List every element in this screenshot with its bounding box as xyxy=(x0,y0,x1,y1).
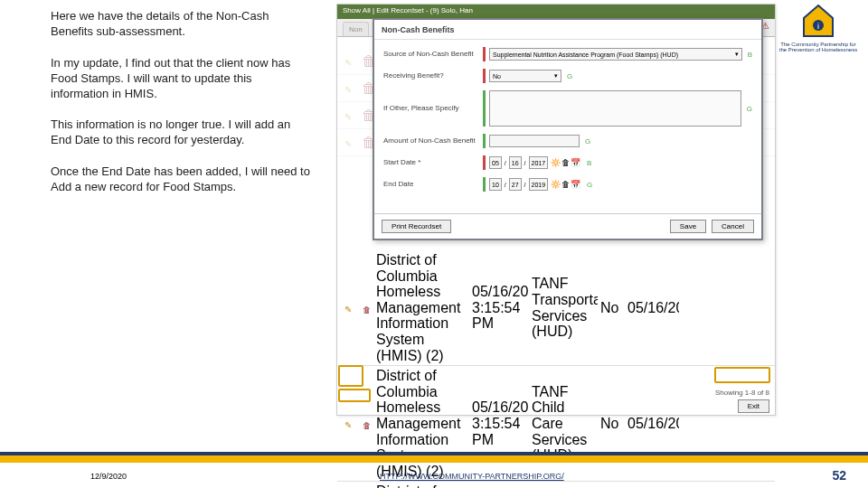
calendar-icon[interactable]: 🔆🗑📅 xyxy=(551,158,581,167)
label-amount: Amount of Non-Cash Benefit xyxy=(383,137,483,145)
para-3: This information is no longer true. I wi… xyxy=(51,117,313,148)
label-source: Source of Non-Cash Benefit xyxy=(383,51,483,59)
history-icon[interactable]: G xyxy=(587,181,592,189)
label-startdate: Start Date * xyxy=(383,159,483,167)
cell-receiving: No xyxy=(598,298,625,318)
cancel-button[interactable]: Cancel xyxy=(712,220,754,233)
house-icon: i xyxy=(800,4,836,40)
history-icon[interactable]: G xyxy=(747,105,752,113)
amount-input[interactable] xyxy=(489,135,580,147)
label-enddate: End Date xyxy=(383,181,483,189)
svg-text:i: i xyxy=(817,22,819,31)
cell-date: 05/16/2017 xyxy=(625,298,679,318)
print-button[interactable]: Print Recordset xyxy=(382,220,451,233)
cell-enddate xyxy=(679,306,733,310)
history-icon[interactable]: G xyxy=(585,137,590,145)
para-1: Here we have the details of the Non-Cash… xyxy=(51,9,313,40)
delete-icon[interactable]: 🗑 xyxy=(359,298,373,318)
ifother-textarea[interactable] xyxy=(489,90,741,127)
calendar-icon[interactable]: 🔆🗑📅 xyxy=(551,180,581,189)
tab-behind[interactable]: Non xyxy=(343,22,369,36)
delete-icon[interactable]: 🗑 xyxy=(359,414,373,434)
showing-label: Showing 1-8 of 8 xyxy=(715,389,769,397)
history-icon[interactable]: G xyxy=(567,72,572,80)
cell-source: TANF Transportation Services (HUD) xyxy=(529,274,598,341)
cell-provider: District of Columbia Homeless Management… xyxy=(373,250,469,365)
receiving-select[interactable]: No▾ xyxy=(489,70,561,82)
footer-url[interactable]: HTTP://WWW.COMMUNITY-PARTNERSHIP.ORG/ xyxy=(380,472,564,481)
edit-icon[interactable]: ✎ xyxy=(337,298,359,318)
label-ifother: If Other, Please Specify xyxy=(383,105,483,113)
logo-caption: The Community Partnership for the Preven… xyxy=(778,42,859,52)
para-2: In my update, I find out that the client… xyxy=(51,56,313,102)
edit-dialog: Non-Cash Benefits Source of Non-Cash Ben… xyxy=(373,18,763,240)
enddate-input[interactable]: 10/ 27/ 2019 xyxy=(489,178,548,191)
app-header: Show All | Edit Recordset - (9) Solo, Ha… xyxy=(337,5,775,19)
footer-date: 12/9/2020 xyxy=(90,472,127,481)
app-title: Show All | Edit Recordset - (9) Solo, Ha… xyxy=(343,6,473,17)
exit-button[interactable]: Exit xyxy=(738,399,769,413)
narration-column: Here we have the details of the Non-Cash… xyxy=(51,9,313,211)
footer-bar xyxy=(0,452,868,463)
save-button[interactable]: Save xyxy=(670,220,706,233)
startdate-input[interactable]: 05/ 16/ 2017 xyxy=(489,156,548,169)
history-icon[interactable]: B xyxy=(587,159,591,167)
org-logo: i The Community Partnership for the Prev… xyxy=(778,4,859,52)
table-row: ✎ 🗑 District of Columbia Homeless Manage… xyxy=(337,366,775,482)
source-select[interactable]: Supplemental Nutrition Assistance Progra… xyxy=(489,48,742,61)
cell-datetime: 05/16/2017 3:15:54 PM xyxy=(469,282,529,333)
table-row: ✎ 🗑 District of Columbia Homeless Manage… xyxy=(337,250,775,366)
table-row: ✎ 🗑 District of Columbia Homeless Manage… xyxy=(337,482,775,488)
label-receiving: Receiving Benefit? xyxy=(383,72,483,80)
dialog-title: Non-Cash Benefits xyxy=(374,20,761,40)
history-icon[interactable]: B xyxy=(748,51,752,59)
page-number: 52 xyxy=(832,468,846,483)
para-4: Once the End Date has been added, I will… xyxy=(51,164,313,195)
edit-icon[interactable]: ✎ xyxy=(337,414,359,434)
